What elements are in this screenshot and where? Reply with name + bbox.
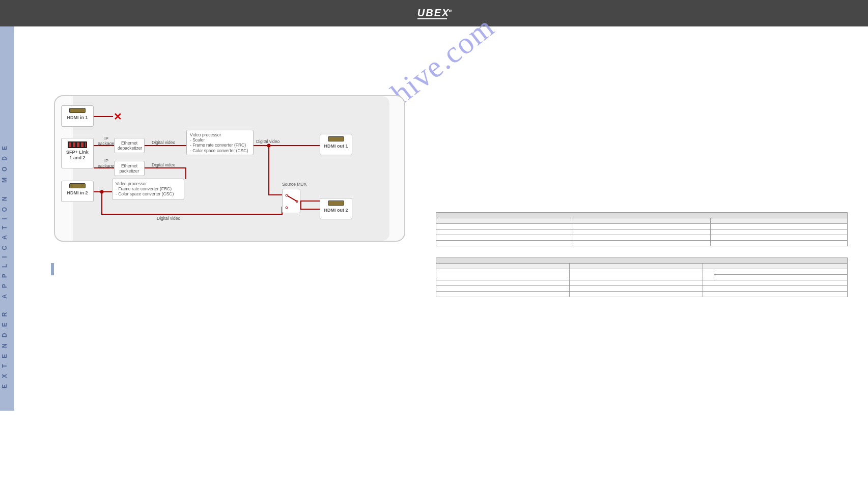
header-logo: UBEX« [417, 7, 451, 19]
column-right [436, 37, 848, 467]
spec-table-1 [436, 212, 848, 246]
table1-h2 [710, 218, 847, 224]
label-digital-video: Digital video [152, 162, 175, 167]
label-digital-video: Digital video [256, 139, 279, 144]
hdmi-in1-label: HDMI in 1 [67, 115, 88, 120]
hdmi-port-icon [328, 136, 344, 141]
table1-h0 [436, 218, 573, 224]
mux-dot-icon [286, 207, 288, 209]
spec-table-2 [436, 257, 848, 297]
table1-title [436, 213, 848, 218]
hdmi-out2-label: HDMI out 2 [324, 208, 348, 213]
table1-h1 [573, 218, 710, 224]
signal-line [94, 116, 113, 117]
bottom-blank [0, 411, 868, 487]
video-processor-1: Video processor - Scaler - Frame rate co… [186, 130, 254, 155]
label-digital-video: Digital video [157, 216, 180, 221]
block-diagram: HDMI in 1 SFP+ Link 1 and 2 HDMI in 2 Et… [54, 95, 405, 242]
hdmi-in1-box: HDMI in 1 [61, 105, 94, 127]
label-source-mux: Source MUX [282, 182, 306, 187]
sfp-label: SFP+ Link 1 and 2 [66, 150, 89, 160]
source-mux [282, 189, 300, 213]
sfp-port-icon [68, 141, 87, 148]
hdmi-out1-box: HDMI out 1 [320, 134, 352, 155]
info-note [51, 263, 405, 275]
signal-line [268, 194, 283, 195]
signal-line [101, 191, 102, 214]
header-bar: UBEX« [0, 0, 868, 26]
label-ip-packages: IP packages [98, 158, 115, 168]
hdmi-port-icon [328, 200, 344, 206]
table2-title [436, 258, 848, 264]
hdmi-port-icon [69, 108, 86, 113]
video-processor-2: Video processor - Frame rate converter (… [112, 179, 184, 200]
logo-text: UBEX [417, 7, 450, 18]
mux-link-icon [288, 195, 298, 202]
x-icon: ✕ [114, 110, 122, 123]
hdmi-port-icon [69, 183, 86, 188]
signal-line [300, 200, 301, 209]
signal-line [300, 209, 320, 210]
hdmi-out1-label: HDMI out 1 [324, 144, 348, 149]
label-ip-packages: IP packages [98, 136, 115, 146]
sidebar-label: EXTENDER APPLICATION MODE [1, 140, 8, 388]
signal-line [268, 145, 269, 195]
hdmi-in2-box: HDMI in 2 [61, 181, 94, 202]
ethernet-depacketizer: Ethernet depacketizer [114, 138, 145, 153]
signal-line [300, 200, 320, 202]
label-digital-video: Digital video [152, 140, 175, 145]
hdmi-out2-box: HDMI out 2 [320, 198, 352, 219]
ethernet-packetizer: Ethernet packetizer [114, 161, 145, 176]
signal-line [145, 145, 186, 146]
page: UBEX« EXTENDER APPLICATION MODE manualsh… [0, 0, 868, 487]
signal-line [185, 167, 186, 179]
signal-line [254, 145, 320, 146]
column-left: HDMI in 1 SFP+ Link 1 and 2 HDMI in 2 Et… [54, 37, 405, 467]
sfp-box: SFP+ Link 1 and 2 [61, 138, 94, 168]
signal-line [145, 167, 186, 168]
signal-line [101, 214, 283, 215]
chevrons-icon: « [449, 7, 451, 14]
note-accent-bar [51, 263, 54, 275]
hdmi-in2-label: HDMI in 2 [67, 190, 88, 195]
